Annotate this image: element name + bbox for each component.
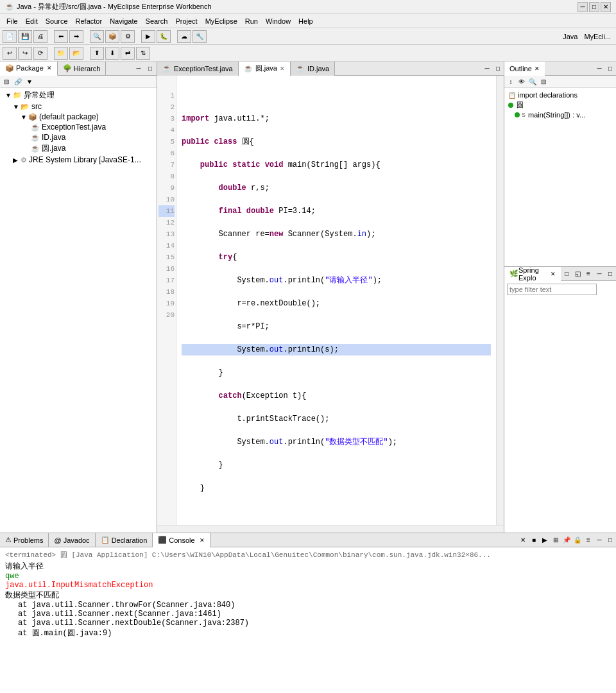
problems-tab[interactable]: ⚠ Problems xyxy=(0,533,49,547)
tb-btn-2[interactable]: ➡ xyxy=(69,30,83,43)
outline-maximize-btn[interactable]: □ xyxy=(605,64,615,74)
menu-source[interactable]: Source xyxy=(42,16,72,26)
console-scrolllock-btn[interactable]: 🔒 xyxy=(572,535,583,545)
outline-filter-btn[interactable]: 🔍 xyxy=(527,76,538,87)
tree-yuan-item[interactable]: ☕ 圆.java xyxy=(1,142,155,155)
package-tab-close[interactable]: ✕ xyxy=(47,65,52,71)
spring-btn-3[interactable]: ≡ xyxy=(583,269,594,279)
yuan-tab-close[interactable]: ✕ xyxy=(280,65,285,72)
menu-run[interactable]: Run xyxy=(241,16,262,26)
console-relaunch-btn[interactable]: ▶ xyxy=(540,535,550,545)
code-line-blank xyxy=(182,90,491,101)
outline-tab-close[interactable]: ✕ xyxy=(535,65,540,72)
tb2-btn-3[interactable]: ⟳ xyxy=(33,47,47,60)
view-menu-btn[interactable]: ▼ xyxy=(24,76,35,87)
editor-scrollbar-x[interactable] xyxy=(157,526,504,533)
console-menu-btn[interactable]: ≡ xyxy=(583,535,594,545)
outline-sort-btn[interactable]: ↕ xyxy=(506,76,516,87)
bottom-maximize-btn[interactable]: □ xyxy=(605,535,615,545)
console-tab[interactable]: ⬛ Console ✕ xyxy=(153,533,210,547)
bottom-minimize-btn[interactable]: ─ xyxy=(594,535,604,545)
code-editor[interactable]: 1 2 3 4 5 6 7 8 9 10 11 12 13 14 15 16 1 xyxy=(157,76,504,525)
debug-button[interactable]: 🐛 xyxy=(157,30,171,43)
spring-btn-2[interactable]: ◱ xyxy=(572,269,583,279)
tree-src-item[interactable]: ▼ 📂 src xyxy=(1,101,155,112)
console-pin-btn[interactable]: 📌 xyxy=(561,535,572,545)
print-button[interactable]: 🖨 xyxy=(33,30,47,43)
outline-imports[interactable]: 📋 import declarations xyxy=(507,90,613,99)
tb2-btn-6[interactable]: ⬆ xyxy=(90,47,104,60)
outline-tab[interactable]: Outline ✕ xyxy=(504,62,545,76)
tb2-btn-9[interactable]: ⇅ xyxy=(136,47,150,60)
console-terminate-btn[interactable]: ■ xyxy=(529,535,539,545)
tb-btn-4[interactable]: 📦 xyxy=(105,30,119,43)
yuan-editor-tab[interactable]: ☕ 圆.java ✕ xyxy=(239,62,291,76)
spring-tab-close[interactable]: ✕ xyxy=(551,271,556,277)
console-open-btn[interactable]: ⊞ xyxy=(551,535,561,545)
outline-main-method[interactable]: S main(String[]) : v... xyxy=(507,110,613,119)
menu-myeclipse[interactable]: MyEclipse xyxy=(201,16,241,26)
minimize-button[interactable]: ─ xyxy=(578,2,588,12)
outline-minimize-btn[interactable]: ─ xyxy=(594,64,604,74)
tb2-btn-1[interactable]: ↩ xyxy=(3,47,17,60)
menu-file[interactable]: File xyxy=(3,16,22,26)
console-icon: ⬛ xyxy=(158,536,167,544)
tree-exceptiontest-item[interactable]: ☕ ExceptionTest.java xyxy=(1,122,155,132)
tree-root-item[interactable]: ▼ 📁 异常处理 xyxy=(1,89,155,101)
save-button[interactable]: 💾 xyxy=(18,30,32,43)
outline-method-s: S xyxy=(522,112,526,118)
menu-project[interactable]: Project xyxy=(171,16,201,26)
spring-filter-input[interactable] xyxy=(507,284,597,295)
package-tab-label: Package xyxy=(16,64,44,72)
outline-hide-btn[interactable]: 👁 xyxy=(517,76,527,87)
id-editor-tab[interactable]: ☕ ID.java xyxy=(291,62,335,76)
editor-maximize-btn[interactable]: □ xyxy=(493,64,503,74)
maximize-button[interactable]: □ xyxy=(589,2,599,12)
tree-id-item[interactable]: ☕ ID.java xyxy=(1,132,155,142)
collapse-all-btn[interactable]: ⊟ xyxy=(1,76,12,87)
console-tab-close[interactable]: ✕ xyxy=(200,537,205,543)
console-clear-btn[interactable]: ✕ xyxy=(518,535,528,545)
package-explorer-tab[interactable]: 📦 Package ✕ xyxy=(0,62,58,76)
exceptiontest-editor-tab[interactable]: ☕ ExceptionTest.java xyxy=(157,62,239,76)
menu-search[interactable]: Search xyxy=(142,16,172,26)
new-button[interactable]: 📄 xyxy=(3,30,17,43)
spring-tab[interactable]: 🌿 Spring Explo ✕ xyxy=(504,267,561,281)
left-minimize-btn[interactable]: ─ xyxy=(133,64,144,74)
tb-btn-5[interactable]: ⚙ xyxy=(121,30,135,43)
tree-arrow-pkg: ▼ xyxy=(21,114,28,121)
tb2-btn-2[interactable]: ↪ xyxy=(18,47,32,60)
javadoc-tab[interactable]: @ Javadoc xyxy=(49,533,95,547)
window-controls[interactable]: ─ □ ✕ xyxy=(578,2,611,12)
tb2-btn-4[interactable]: 📁 xyxy=(54,47,68,60)
editor-scrollbar-y[interactable] xyxy=(496,76,504,525)
menu-refactor[interactable]: Refactor xyxy=(72,16,107,26)
tree-jre-item[interactable]: ▶ ⚙ JRE System Library [JavaSE-1... xyxy=(1,155,155,165)
close-button[interactable]: ✕ xyxy=(601,2,611,12)
menu-navigate[interactable]: Navigate xyxy=(106,16,141,26)
tb2-btn-5[interactable]: 📂 xyxy=(69,47,83,60)
tb-btn-3[interactable]: 🔍 xyxy=(90,30,104,43)
menu-edit[interactable]: Edit xyxy=(22,16,42,26)
console-area[interactable]: <terminated> 圆 [Java Application] C:\Use… xyxy=(0,547,616,693)
run-button[interactable]: ▶ xyxy=(141,30,155,43)
spring-maximize-btn[interactable]: □ xyxy=(605,269,615,279)
declaration-tab[interactable]: 📋 Declaration xyxy=(96,533,153,547)
tree-defaultpackage-item[interactable]: ▼ 📦 (default package) xyxy=(1,112,155,122)
code-content[interactable]: import java.util.*; public class 圆{ publ… xyxy=(176,76,496,525)
editor-minimize-btn[interactable]: ─ xyxy=(482,64,492,74)
spring-btn-1[interactable]: □ xyxy=(561,269,572,279)
link-editor-btn[interactable]: 🔗 xyxy=(13,76,23,87)
tb-btn-6[interactable]: ☁ xyxy=(177,30,191,43)
tb2-btn-7[interactable]: ⬇ xyxy=(105,47,119,60)
tb-btn-7[interactable]: 🔧 xyxy=(193,30,207,43)
spring-minimize-btn[interactable]: ─ xyxy=(594,269,604,279)
menu-help[interactable]: Help xyxy=(295,16,317,26)
outline-collapse-btn[interactable]: ⊟ xyxy=(538,76,549,87)
hierarchy-tab[interactable]: 🌳 Hierarch xyxy=(58,62,107,76)
left-maximize-btn[interactable]: □ xyxy=(145,64,155,74)
menu-window[interactable]: Window xyxy=(262,16,295,26)
outline-class[interactable]: 圆 xyxy=(507,99,613,110)
tb-btn-1[interactable]: ⬅ xyxy=(54,30,68,43)
tb2-btn-8[interactable]: ⇄ xyxy=(121,47,135,60)
